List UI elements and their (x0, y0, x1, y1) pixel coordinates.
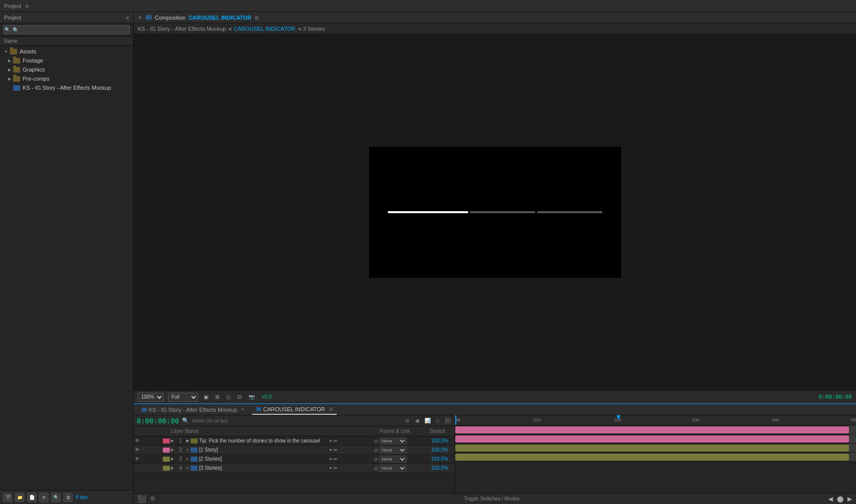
delete-btn[interactable]: 🗑 (64, 493, 73, 502)
preview-toggle-btn[interactable]: ▣ (202, 394, 210, 400)
expand-btn-4[interactable]: ▶ (171, 466, 176, 470)
parent-select-4[interactable]: None (379, 465, 407, 472)
search-timeline-btn[interactable]: 🔍 (182, 417, 189, 424)
marker-btn[interactable]: ⬛ (444, 417, 452, 425)
folder-icon (13, 67, 20, 73)
layer-type-1 (191, 438, 198, 444)
quality-select[interactable]: Full Half Quarter (168, 393, 198, 402)
layer-stretch-3[interactable]: 100.0% (424, 456, 455, 462)
search-input[interactable] (3, 25, 130, 34)
track-rows (455, 425, 856, 493)
track-end-3 (849, 444, 856, 452)
parent-link-icon-4[interactable]: ◎ (374, 466, 378, 471)
new-folder-btn[interactable]: 📁 (15, 493, 24, 502)
prev-frame-btn[interactable]: ◀ (828, 495, 833, 502)
layer-color-1[interactable] (163, 438, 170, 444)
track-bar-2[interactable] (455, 435, 849, 443)
layer-stretch-4[interactable]: 100.0% (424, 465, 455, 471)
timeline-tab-2[interactable]: CAROUSEL INDICATOR ≡ (252, 405, 337, 415)
track-bar-1[interactable] (455, 426, 849, 433)
ruler-mark-3s: 03s (692, 417, 700, 422)
breadcrumb: KS - IG Story - After Effects Mockup ◀ C… (134, 23, 856, 34)
layer-num-2: 2 (176, 447, 185, 453)
toggle-switches-label[interactable]: Toggle Switches / Modes (464, 496, 520, 501)
timeline-settings-btn[interactable]: ⚙ (150, 495, 155, 502)
tab2-menu[interactable]: ≡ (329, 406, 333, 413)
switch-edit-2[interactable]: ✏ (334, 448, 338, 453)
tree-item-label: KS - IG Story - After Effects Mockup (23, 85, 111, 91)
render-btn[interactable]: ⊡ (236, 394, 243, 400)
find-btn[interactable]: 🔍 (51, 493, 60, 502)
parent-select-1[interactable]: None (379, 437, 407, 445)
layer-star-3[interactable]: ★ (185, 456, 190, 462)
tree-item-assets[interactable]: ▼ Assets (0, 47, 133, 56)
track-bar-4[interactable] (455, 454, 849, 461)
expand-btn-2[interactable]: ▶ (171, 448, 176, 452)
visibility-btn-2[interactable]: 👁 (134, 447, 141, 453)
track-bar-3[interactable] (455, 445, 849, 452)
parent-select-2[interactable]: None (379, 447, 407, 454)
timeline-tab-1[interactable]: KS - IG Story - After Effects Mockup × (138, 406, 248, 414)
tree-item-footage[interactable]: ▶ Footage (0, 56, 133, 65)
playhead-ruler (455, 415, 456, 425)
layer-star-2[interactable]: ★ (185, 447, 190, 453)
layer-switches-2: ✦ ✏ (329, 448, 374, 453)
breadcrumb-item-2[interactable]: CAROUSEL INDICATOR (233, 26, 295, 32)
breadcrumb-item-3[interactable]: 3 Stories (303, 26, 325, 32)
switch-edit-4[interactable]: ✏ (334, 466, 338, 471)
play-btn[interactable]: ⬤ (837, 495, 843, 502)
layer-stretch-1[interactable]: 100.0% (424, 438, 455, 444)
new-item-btn[interactable]: 📄 (27, 493, 36, 502)
switch-edit-1[interactable]: ✏ (334, 438, 338, 444)
parent-link-icon-3[interactable]: ◎ (374, 457, 378, 462)
tree-item-precomps[interactable]: ▶ Pre-comps (0, 74, 133, 83)
layer-star-4[interactable]: ★ (185, 465, 190, 471)
layer-stretch-2[interactable]: 100.0% (424, 447, 455, 453)
snap-btn[interactable]: ⊘ (403, 417, 411, 425)
switch-edit-3[interactable]: ✏ (334, 457, 338, 462)
settings-btn[interactable]: ⚙ (39, 493, 48, 502)
tree-item-ks-comp[interactable]: KS - IG Story - After Effects Mockup (0, 83, 133, 92)
layer-color-2[interactable] (163, 448, 170, 453)
layer-type-3 (191, 457, 198, 462)
time-counter[interactable]: 0:00:00:00 (137, 417, 179, 425)
layer-color-3[interactable] (163, 457, 170, 462)
keyframe-btn[interactable]: ◇ (434, 417, 442, 425)
comp-menu-icon[interactable]: ≡ (255, 14, 259, 22)
next-frame-btn[interactable]: ▶ (847, 495, 852, 502)
switch-fx-2[interactable]: ✦ (329, 448, 333, 453)
switch-fx-3[interactable]: ✦ (329, 457, 333, 462)
mask-btn[interactable]: ◻ (225, 394, 232, 400)
switch-fx-1[interactable]: ✦ (329, 438, 333, 444)
parent-link-icon-1[interactable]: ◎ (374, 438, 378, 444)
expand-btn-3[interactable]: ▶ (171, 457, 176, 461)
camera-btn[interactable]: 📷 (247, 394, 256, 400)
switch-fx-4[interactable]: ✦ (329, 466, 333, 471)
tab1-close[interactable]: × (241, 407, 244, 412)
layer-name-col-header: Layer Name (171, 428, 319, 434)
parent-link-icon-2[interactable]: ◎ (374, 448, 378, 453)
parent-select-3[interactable]: None (379, 456, 407, 463)
motion-blur-btn[interactable]: ◉ (413, 417, 421, 425)
add-keyframe-btn[interactable]: ⬛ (138, 495, 146, 503)
visibility-btn-1[interactable]: 👁 (134, 438, 141, 444)
graph-btn[interactable]: 📊 (423, 417, 432, 425)
expand-btn-1[interactable]: ▶ (171, 438, 176, 443)
hamburger-icon[interactable]: ≡ (25, 3, 28, 9)
visibility-btn-3[interactable]: 👁 (134, 456, 141, 462)
zoom-select[interactable]: 100% 50% 200% (138, 393, 164, 402)
layer-name-3: [2 Stories] (199, 456, 329, 462)
new-composition-btn[interactable]: 🎬 (3, 493, 12, 502)
tree-item-graphics[interactable]: ▶ Graphics (0, 65, 133, 74)
time-display[interactable]: 0:00:00:00 (819, 394, 852, 400)
timeline-ruler[interactable]: 0s 01s 02s 03s 04s 05s 06s (455, 415, 856, 425)
layer-star-1[interactable]: ★ (185, 438, 190, 444)
layer-num-3: 3 (176, 456, 185, 462)
layer-color-4[interactable] (163, 466, 170, 471)
close-comp-btn[interactable]: × (138, 15, 143, 20)
project-menu-icon[interactable]: ≡ (126, 15, 129, 21)
track-end-4 (849, 453, 856, 461)
breadcrumb-item-1[interactable]: KS - IG Story - After Effects Mockup (138, 26, 226, 32)
layer-name-1: Tip: Pick the number of stories to show … (199, 438, 329, 444)
grid-btn[interactable]: ⊞ (214, 394, 221, 400)
